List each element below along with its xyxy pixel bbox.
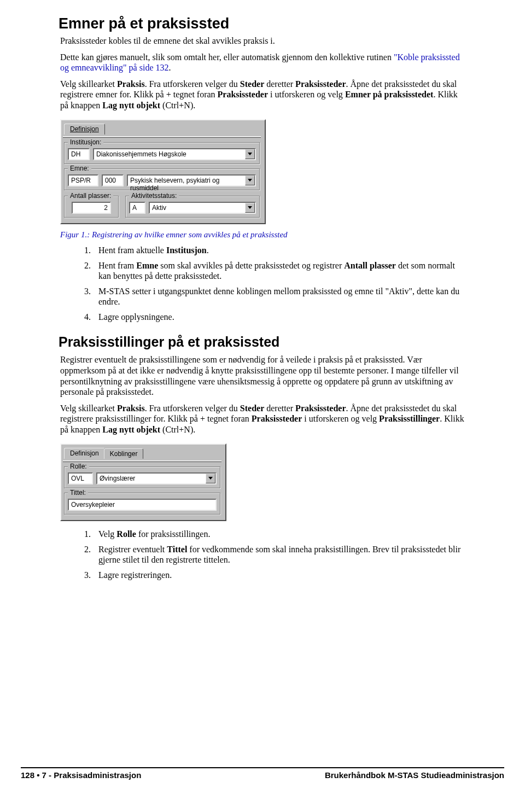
svg-marker-1: [248, 179, 252, 182]
status-name-combo[interactable]: Aktiv: [149, 202, 256, 214]
instruction-para-2: Velg skillearket Praksis. Fra utforskere…: [60, 403, 465, 435]
emne-name-text: Psykisk helsevern, psykiatri og rusmidde…: [128, 176, 245, 185]
label-rolle: Rolle:: [68, 463, 89, 470]
tab-koblinger[interactable]: Koblinger: [104, 448, 144, 459]
p1b-post: .: [169, 63, 171, 72]
rolle-code-field[interactable]: OVL: [68, 472, 93, 484]
label-aktivitetsstatus: Aktivitetsstatus:: [129, 192, 179, 200]
label-tittel: Tittel:: [68, 489, 88, 496]
footer-left: 128 • 7 - Praksisadministrasjon: [21, 770, 141, 780]
para-praksisstillinger-intro: Registrer eventuelt de praksisstillingen…: [60, 354, 465, 397]
list-item: Hent fram aktuelle Institusjon.: [93, 245, 465, 256]
instruction-para-1: Velg skillearket Praksis. Fra utforskere…: [60, 79, 465, 111]
antall-plasser-field[interactable]: 2: [72, 202, 111, 214]
intro-para-2: Dette kan gjøres manuelt, slik som omtal…: [60, 52, 465, 73]
label-antall-plasser: Antall plasser:: [68, 192, 113, 200]
list-item: M-STAS setter i utgangspunktet denne kob…: [93, 286, 465, 307]
figure-1-caption: Figur 1.: Registrering av hvilke emner s…: [60, 230, 465, 239]
steps-list-1: Hent fram aktuelle Institusjon. Hent fra…: [60, 245, 465, 322]
intro-para-1: Praksissteder kobles til de emnene det s…: [60, 36, 465, 46]
tab-definisjon[interactable]: Definisjon: [64, 448, 105, 459]
list-item: Velg Rolle for praksisstillingen.: [93, 529, 465, 540]
emne-code2-field[interactable]: 000: [102, 174, 124, 186]
tab-definisjon[interactable]: Definisjon: [64, 124, 105, 135]
inst-code-field[interactable]: DH: [68, 148, 90, 160]
svg-marker-2: [248, 206, 252, 209]
svg-marker-0: [248, 153, 252, 155]
emne-code1-field[interactable]: PSP/R: [68, 174, 98, 186]
rolle-name-text: Øvingslærer: [97, 474, 206, 483]
inst-name-text: Diakonissehjemmets Høgskole: [94, 149, 245, 159]
inst-name-combo[interactable]: Diakonissehjemmets Høgskole: [93, 148, 256, 160]
group-emne: Emne: PSP/R 000 Psykisk helsevern, psyki…: [64, 168, 260, 190]
p1b-pre: Dette kan gjøres manuelt, slik som omtal…: [60, 52, 394, 62]
group-aktivitetsstatus: Aktivitetsstatus: A Aktiv: [125, 196, 260, 218]
svg-marker-3: [208, 477, 213, 480]
list-item: Registrer eventuelt Tittel for vedkommen…: [93, 544, 465, 565]
footer-right: Brukerhåndbok M-STAS Studieadministrasjo…: [325, 770, 504, 780]
list-item: Lagre registreringen.: [93, 570, 465, 581]
rolle-name-combo[interactable]: Øvingslærer: [96, 472, 217, 484]
group-tittel: Tittel: Oversykepleier: [64, 493, 220, 515]
chevron-down-icon[interactable]: [245, 149, 255, 159]
tittel-field[interactable]: Oversykepleier: [68, 499, 217, 511]
emne-name-combo[interactable]: Psykisk helsevern, psykiatri og rusmidde…: [127, 174, 256, 186]
group-institusjon: Institusjon: DH Diakonissehjemmets Høgsk…: [64, 142, 260, 164]
group-rolle: Rolle: OVL Øvingslærer: [64, 466, 220, 488]
page-footer: 128 • 7 - Praksisadministrasjon Brukerhå…: [21, 767, 504, 780]
figure-1-panel: Definisjon Institusjon: DH Diakonissehje…: [60, 119, 266, 224]
figure-2-panel: DefinisjonKoblinger Rolle: OVL Øvingslær…: [60, 443, 226, 521]
chevron-down-icon[interactable]: [206, 474, 215, 483]
label-emne: Emne:: [68, 165, 91, 172]
status-name-text: Aktiv: [150, 203, 245, 213]
heading-praksisstillinger: Praksisstillinger på et praksissted: [59, 334, 465, 350]
status-code-field[interactable]: A: [129, 202, 145, 214]
list-item: Lagre opplysningene.: [93, 312, 465, 323]
chevron-down-icon[interactable]: [245, 176, 255, 185]
list-item: Hent fram Emne som skal avvikles på dett…: [93, 260, 465, 282]
chevron-down-icon[interactable]: [245, 203, 255, 213]
heading-emner: Emner på et praksissted: [59, 15, 465, 32]
steps-list-2: Velg Rolle for praksisstillingen. Regist…: [60, 529, 465, 580]
group-antall-plasser: Antall plasser: 2: [64, 196, 119, 218]
label-institusjon: Institusjon:: [68, 138, 103, 146]
